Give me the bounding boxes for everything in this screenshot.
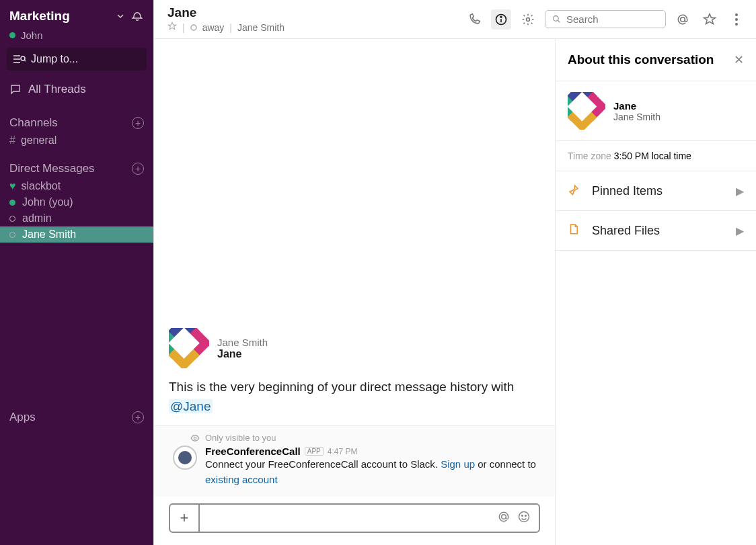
mention-icon[interactable] <box>497 510 511 526</box>
svg-line-11 <box>558 20 560 22</box>
search-icon <box>552 14 561 24</box>
presence-active-icon <box>9 200 15 206</box>
timezone-label: Time zone <box>568 151 614 161</box>
separator: | <box>182 22 185 33</box>
heart-icon: ♥ <box>9 180 16 192</box>
search-box[interactable] <box>545 10 666 28</box>
star-icon[interactable] <box>167 22 177 33</box>
current-user-row[interactable]: John <box>0 30 153 48</box>
message-composer: + <box>169 503 540 533</box>
shared-files-label: Shared Files <box>592 224 736 238</box>
message-sender: FreeConferenceCall <box>205 446 301 457</box>
dms-label: Direct Messages <box>9 162 95 175</box>
avatar <box>169 328 209 368</box>
dms-header: Direct Messages + <box>0 159 153 178</box>
svg-point-17 <box>502 515 506 519</box>
profile-full-name: Jane Smith <box>613 112 660 122</box>
svg-point-14 <box>735 18 738 21</box>
conversation-intro: Jane Smith Jane <box>169 328 540 368</box>
svg-point-8 <box>500 16 502 17</box>
threads-icon <box>9 83 22 95</box>
svg-point-3 <box>21 56 25 60</box>
message-time: 4:47 PM <box>328 447 358 456</box>
main-area: Jane | away | Jane Smith <box>153 0 756 545</box>
dm-name: slackbot <box>22 180 61 192</box>
timezone-row: Time zone 3:50 PM local time <box>556 141 756 171</box>
message-input[interactable] <box>200 505 497 532</box>
eye-icon <box>190 433 200 443</box>
dm-item-self[interactable]: John (you) <box>0 194 153 210</box>
svg-point-18 <box>519 512 529 522</box>
add-app-button[interactable]: + <box>132 411 144 423</box>
settings-button[interactable] <box>518 9 538 30</box>
svg-point-19 <box>522 515 523 517</box>
workspace-header[interactable]: Marketing <box>0 5 153 30</box>
timezone-value: 3:50 PM local time <box>614 151 691 161</box>
conversation-title: Jane <box>167 5 464 20</box>
apps-label: Apps <box>9 411 36 424</box>
svg-line-4 <box>25 60 26 62</box>
file-icon <box>568 223 582 238</box>
bell-icon[interactable] <box>130 8 144 24</box>
intro-full-name: Jane Smith <box>217 337 268 348</box>
all-threads-button[interactable]: All Threads <box>0 79 153 100</box>
svg-point-10 <box>554 16 559 22</box>
separator: | <box>229 22 232 33</box>
add-dm-button[interactable]: + <box>132 163 144 175</box>
status-text: away <box>202 22 225 33</box>
intro-short-name: Jane <box>217 348 268 360</box>
avatar <box>568 92 605 130</box>
svg-point-12 <box>681 17 685 22</box>
more-button[interactable] <box>726 9 747 30</box>
conversation-header: Jane | away | Jane Smith <box>154 0 756 39</box>
user-mention[interactable]: @Jane <box>169 399 213 413</box>
hash-icon: # <box>9 134 15 146</box>
channels-label: Channels <box>9 116 58 130</box>
channel-item-general[interactable]: # general <box>0 132 153 149</box>
profile-row[interactable]: Jane Jane Smith <box>556 81 756 141</box>
emoji-icon[interactable] <box>517 510 531 526</box>
all-threads-label: All Threads <box>28 83 86 96</box>
info-button[interactable] <box>491 9 511 30</box>
profile-name: Jane <box>613 100 660 112</box>
workspace-sidebar: Marketing John Jump to... All Threads Ch… <box>0 0 153 545</box>
dm-item-slackbot[interactable]: ♥ slackbot <box>0 178 153 194</box>
jump-to-button[interactable]: Jump to... <box>7 48 147 71</box>
chat-area: Jane Smith Jane This is the very beginni… <box>154 39 556 545</box>
details-panel: About this conversation ✕ Jane Jane Smit… <box>556 39 756 545</box>
app-badge: APP <box>305 447 324 456</box>
jump-to-label: Jump to... <box>31 53 78 65</box>
signup-link[interactable]: Sign up <box>441 458 475 470</box>
search-input[interactable] <box>566 13 658 25</box>
current-user-name: John <box>21 30 43 41</box>
pinned-items-section[interactable]: Pinned Items ▶ <box>556 171 756 211</box>
conversation-history-text: This is the very beginning of your direc… <box>169 378 540 416</box>
attach-button[interactable]: + <box>170 505 200 532</box>
call-button[interactable] <box>464 9 484 30</box>
pinned-label: Pinned Items <box>592 184 736 198</box>
message-text: Connect your FreeConferenceCall account … <box>205 457 543 487</box>
only-visible-label: Only visible to you <box>205 433 276 443</box>
dm-item-admin[interactable]: admin <box>0 210 153 226</box>
presence-active-icon <box>9 32 15 38</box>
channel-name: general <box>21 134 56 146</box>
svg-point-15 <box>735 23 738 26</box>
caret-right-icon: ▶ <box>736 224 744 237</box>
channels-header: Channels + <box>0 114 153 132</box>
add-channel-button[interactable]: + <box>132 117 144 129</box>
details-title: About this conversation <box>568 52 714 67</box>
mentions-button[interactable] <box>673 9 693 30</box>
svg-point-20 <box>525 515 527 517</box>
dm-name: admin <box>22 212 52 224</box>
presence-away-icon <box>9 232 15 238</box>
presence-away-icon <box>9 216 15 222</box>
existing-account-link[interactable]: existing account <box>205 474 278 485</box>
star-button[interactable] <box>700 9 720 30</box>
svg-point-5 <box>191 25 196 30</box>
svg-point-9 <box>527 17 530 21</box>
svg-point-16 <box>194 437 196 439</box>
close-icon[interactable]: ✕ <box>734 52 744 67</box>
jump-to-icon <box>13 54 26 64</box>
shared-files-section[interactable]: Shared Files ▶ <box>556 211 756 251</box>
dm-item-jane[interactable]: Jane Smith <box>0 226 153 243</box>
